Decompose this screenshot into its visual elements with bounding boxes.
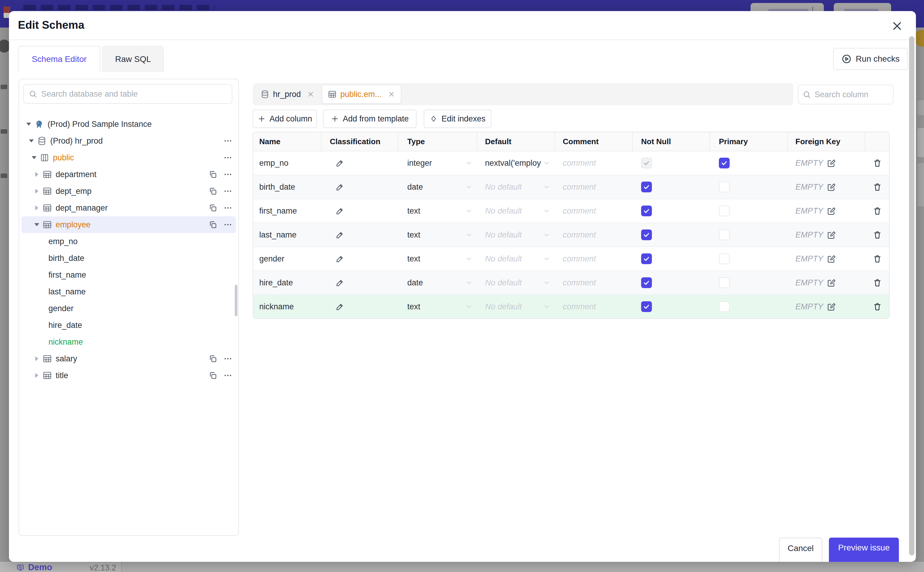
classification-cell[interactable] [321, 295, 398, 318]
modal-scrollbar-thumb[interactable] [909, 36, 915, 556]
classification-cell[interactable] [321, 151, 398, 175]
tree-column-hire-date[interactable]: hire_date [22, 317, 236, 334]
comment-input[interactable]: comment [555, 295, 633, 318]
comment-input[interactable]: comment [555, 223, 633, 247]
type-dropdown[interactable]: date [398, 175, 477, 199]
classification-cell[interactable] [321, 271, 398, 294]
type-dropdown[interactable]: text [398, 223, 477, 247]
caret-down-icon[interactable] [26, 123, 31, 126]
not-null-checkbox[interactable] [641, 205, 652, 216]
more-options-icon[interactable] [223, 137, 233, 145]
classification-cell[interactable] [321, 199, 398, 222]
caret-right-icon[interactable] [34, 189, 39, 194]
comment-input[interactable]: comment [555, 199, 633, 222]
default-dropdown[interactable]: No default [477, 175, 555, 199]
tree-scrollbar-thumb[interactable] [235, 285, 237, 316]
tree-item-instance[interactable]: (Prod) Prod Sample Instance [22, 116, 236, 132]
tree-item-table-dept-emp[interactable]: dept_emp [22, 183, 236, 199]
pencil-icon[interactable] [335, 207, 344, 215]
tree-column-nickname-new[interactable]: nickname [22, 334, 236, 350]
tree-item-schema-public[interactable]: public [22, 149, 236, 166]
tree-item-database[interactable]: (Prod) hr_prod [22, 132, 236, 149]
delete-column-icon[interactable] [873, 182, 882, 192]
type-dropdown[interactable]: text [398, 199, 477, 222]
not-null-checkbox[interactable] [641, 158, 652, 168]
tree-search-input[interactable] [41, 89, 227, 99]
close-icon[interactable] [890, 19, 904, 33]
pencil-icon[interactable] [335, 254, 344, 263]
edit-indexes-button[interactable]: Edit indexes [424, 109, 491, 128]
demo-link[interactable]: Demo [16, 563, 52, 572]
pencil-icon[interactable] [335, 230, 344, 239]
not-null-checkbox[interactable] [641, 253, 652, 264]
edit-foreign-key-icon[interactable] [827, 230, 836, 239]
more-options-icon[interactable] [223, 204, 233, 212]
tree-item-table-salary[interactable]: salary [22, 350, 236, 367]
caret-right-icon[interactable] [34, 356, 39, 361]
comment-input[interactable]: comment [555, 175, 633, 199]
default-dropdown[interactable]: No default [477, 247, 555, 270]
pencil-icon[interactable] [335, 182, 344, 191]
default-dropdown[interactable]: nextval('employ [477, 151, 555, 175]
primary-checkbox[interactable] [719, 253, 730, 264]
default-dropdown[interactable]: No default [477, 295, 555, 318]
comment-input[interactable]: comment [555, 151, 633, 175]
not-null-checkbox[interactable] [641, 182, 652, 192]
type-dropdown[interactable]: text [398, 247, 477, 270]
tree-column-last-name[interactable]: last_name [22, 283, 236, 300]
caret-right-icon[interactable] [34, 205, 39, 210]
edit-foreign-key-icon[interactable] [827, 158, 836, 168]
tab-raw-sql[interactable]: Raw SQL [102, 46, 164, 72]
more-options-icon[interactable] [223, 170, 233, 179]
more-options-icon[interactable] [223, 153, 233, 162]
type-dropdown[interactable]: date [398, 271, 477, 294]
delete-column-icon[interactable] [873, 302, 882, 311]
caret-right-icon[interactable] [34, 373, 39, 378]
not-null-checkbox[interactable] [641, 230, 652, 240]
not-null-checkbox[interactable] [641, 277, 652, 288]
primary-checkbox[interactable] [719, 230, 730, 240]
pencil-icon[interactable] [335, 278, 344, 287]
delete-column-icon[interactable] [873, 158, 882, 168]
duplicate-icon[interactable] [208, 170, 217, 179]
pencil-icon[interactable] [335, 159, 344, 168]
caret-down-icon[interactable] [34, 223, 39, 226]
run-checks-button[interactable]: Run checks [833, 48, 908, 70]
default-dropdown[interactable]: No default [477, 223, 555, 247]
close-tab-icon[interactable] [307, 90, 315, 98]
more-options-icon[interactable] [223, 354, 233, 363]
more-options-icon[interactable] [223, 187, 233, 196]
classification-cell[interactable] [321, 175, 398, 199]
primary-checkbox[interactable] [719, 182, 730, 192]
caret-down-icon[interactable] [29, 140, 34, 142]
more-options-icon[interactable] [223, 371, 233, 380]
duplicate-icon[interactable] [208, 220, 217, 229]
type-dropdown[interactable]: integer [398, 151, 477, 175]
duplicate-icon[interactable] [208, 204, 217, 212]
tree-item-table-employee-selected[interactable]: employee [22, 216, 236, 233]
caret-down-icon[interactable] [31, 156, 37, 159]
primary-checkbox[interactable] [719, 158, 730, 168]
primary-checkbox[interactable] [719, 301, 730, 312]
cancel-button[interactable]: Cancel [779, 538, 822, 562]
pencil-icon[interactable] [335, 302, 344, 311]
delete-column-icon[interactable] [873, 254, 882, 264]
tree-column-first-name[interactable]: first_name [22, 267, 236, 283]
caret-right-icon[interactable] [34, 172, 39, 177]
tree-column-emp-no[interactable]: emp_no [22, 233, 236, 250]
duplicate-icon[interactable] [208, 187, 217, 196]
tree-item-table-title[interactable]: title [22, 367, 236, 384]
duplicate-icon[interactable] [208, 371, 217, 380]
close-tab-icon[interactable] [388, 90, 395, 98]
default-dropdown[interactable]: No default [477, 199, 555, 222]
column-search-input[interactable] [814, 90, 884, 99]
delete-column-icon[interactable] [873, 206, 882, 216]
classification-cell[interactable] [321, 247, 398, 270]
comment-input[interactable]: comment [555, 247, 633, 270]
delete-column-icon[interactable] [873, 230, 882, 239]
more-options-icon[interactable] [223, 220, 233, 229]
editor-tab-public-employee[interactable]: public.em... [322, 85, 401, 104]
add-from-template-button[interactable]: Add from template [323, 109, 417, 128]
tree-item-table-department[interactable]: department [22, 166, 236, 183]
primary-checkbox[interactable] [719, 205, 730, 216]
